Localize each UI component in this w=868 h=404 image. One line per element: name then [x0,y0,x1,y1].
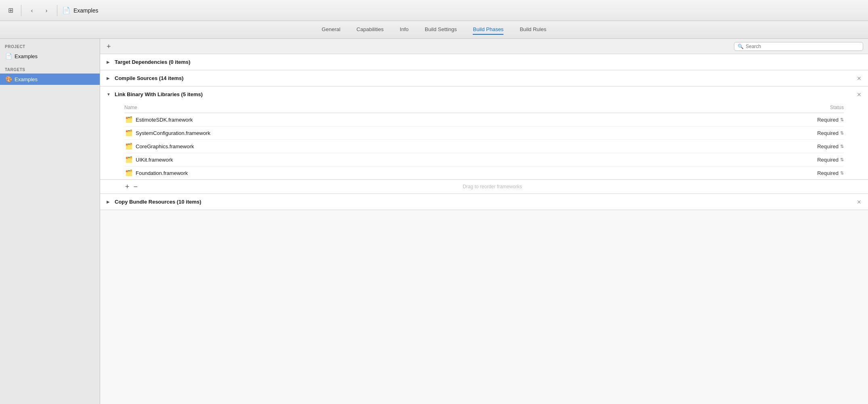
remove-framework-button[interactable]: − [133,183,139,190]
content-area: + 🔍 ▶ Target Dependencies (0 items) ▶ Co… [100,39,868,404]
stepper-icon-coregraphics[interactable]: ⇅ [840,144,844,149]
phase-copy-bundle-resources-title: Copy Bundle Resources (10 items) [115,199,201,205]
row-name-estimote: EstimoteSDK.framework [136,117,795,123]
phase-copy-bundle-resources: ▶ Copy Bundle Resources (10 items) ✕ [100,194,868,210]
phase-link-binary-title: Link Binary With Libraries (5 items) [115,91,203,97]
grid-icon: ⊞ [5,5,16,16]
search-input[interactable] [746,44,860,49]
forward-button[interactable]: › [41,5,52,16]
link-binary-close-button[interactable]: ✕ [857,92,862,97]
project-icon: 📄 [62,6,70,15]
drag-hint: Drag to reorder frameworks [141,184,844,189]
compile-sources-close-button[interactable]: ✕ [857,76,862,81]
main-layout: PROJECT 📄 Examples TARGETS 🎨 Examples + … [0,39,868,404]
tab-general[interactable]: General [322,25,340,35]
row-name-foundation: Foundation.framework [136,170,795,176]
col-name-header: Name [124,105,795,110]
chevron-right-icon: ▶ [107,60,111,64]
add-phase-button[interactable]: + [105,42,113,51]
tab-build-settings[interactable]: Build Settings [425,25,457,35]
phase-compile-sources: ▶ Compile Sources (14 items) ✕ [100,70,868,86]
table-row: 🗂️ UIKit.framework Required ⇅ [124,153,844,166]
phase-target-dependencies-title: Target Dependencies (0 items) [115,59,191,65]
search-box: 🔍 [734,42,863,51]
phase-bottom-bar: + − Drag to reorder frameworks [100,179,868,194]
sidebar: PROJECT 📄 Examples TARGETS 🎨 Examples [0,39,100,404]
copy-bundle-close-button[interactable]: ✕ [857,199,862,205]
chevron-right-icon-copy: ▶ [107,200,111,204]
framework-icon: 🗂️ [124,143,133,150]
search-icon: 🔍 [738,44,744,49]
project-title: Examples [73,7,98,14]
targets-section-label: TARGETS [0,65,100,74]
stepper-icon-uikit[interactable]: ⇅ [840,157,844,162]
stepper-icon-estimote[interactable]: ⇅ [840,117,844,122]
table-row: 🗂️ EstimoteSDK.framework Required ⇅ [124,113,844,126]
col-status-header: Status [795,105,844,110]
toolbar-divider-2 [57,5,57,16]
stepper-icon-foundation[interactable]: ⇅ [840,170,844,176]
table-header: Name Status [124,102,844,113]
project-file-icon: 📄 [5,53,12,60]
tab-info[interactable]: Info [400,25,409,35]
target-item-label: Examples [15,76,38,82]
stepper-icon-sysconfg[interactable]: ⇅ [840,130,844,136]
row-name-coregraphics: CoreGraphics.framework [136,143,795,149]
sidebar-item-project[interactable]: 📄 Examples [0,50,100,62]
target-icon: 🎨 [5,76,12,83]
row-status-uikit: Required ⇅ [795,157,844,163]
phase-target-dependencies: ▶ Target Dependencies (0 items) [100,54,868,70]
row-name-uikit: UIKit.framework [136,157,795,163]
project-item-label: Examples [15,53,38,59]
status-label-uikit: Required [817,157,839,163]
back-button[interactable]: ‹ [26,5,38,16]
phase-target-dependencies-header[interactable]: ▶ Target Dependencies (0 items) [100,54,868,70]
framework-icon: 🗂️ [124,116,133,123]
toolbar-divider [21,5,21,16]
framework-icon: 🗂️ [124,156,133,163]
table-row: 🗂️ CoreGraphics.framework Required ⇅ [124,140,844,153]
chevron-right-icon-compile: ▶ [107,76,111,80]
tab-bar: General Capabilities Info Build Settings… [0,21,868,39]
project-section-label: PROJECT [0,42,100,50]
framework-icon: 🗂️ [124,169,133,177]
status-label-coregraphics: Required [817,143,839,149]
content-toolbar: + 🔍 [100,39,868,54]
table-row: 🗂️ Foundation.framework Required ⇅ [124,166,844,179]
tab-capabilities[interactable]: Capabilities [356,25,384,35]
tab-build-phases[interactable]: Build Phases [473,25,503,35]
tab-build-rules[interactable]: Build Rules [520,25,546,35]
toolbar: ⊞ ‹ › 📄 Examples [0,0,868,21]
phase-compile-sources-title: Compile Sources (14 items) [115,75,184,81]
add-framework-button[interactable]: + [124,183,130,190]
framework-icon: 🗂️ [124,129,133,137]
row-status-foundation: Required ⇅ [795,170,844,176]
sidebar-item-target[interactable]: 🎨 Examples [0,74,100,85]
phase-link-binary-header[interactable]: ▼ Link Binary With Libraries (5 items) ✕ [100,86,868,102]
status-label-sysconfg: Required [817,130,839,136]
row-name-sysconfg: SystemConfiguration.framework [136,130,795,136]
table-row: 🗂️ SystemConfiguration.framework Require… [124,126,844,140]
chevron-down-icon-link: ▼ [107,92,111,97]
status-label-estimote: Required [817,117,839,123]
row-status-sysconfg: Required ⇅ [795,130,844,136]
phase-copy-bundle-resources-header[interactable]: ▶ Copy Bundle Resources (10 items) ✕ [100,194,868,210]
link-binary-table: Name Status 🗂️ EstimoteSDK.framework Req… [100,102,868,179]
row-status-coregraphics: Required ⇅ [795,143,844,149]
phase-compile-sources-header[interactable]: ▶ Compile Sources (14 items) ✕ [100,70,868,86]
row-status-estimote: Required ⇅ [795,117,844,123]
status-label-foundation: Required [817,170,839,176]
phase-link-binary: ▼ Link Binary With Libraries (5 items) ✕… [100,86,868,194]
